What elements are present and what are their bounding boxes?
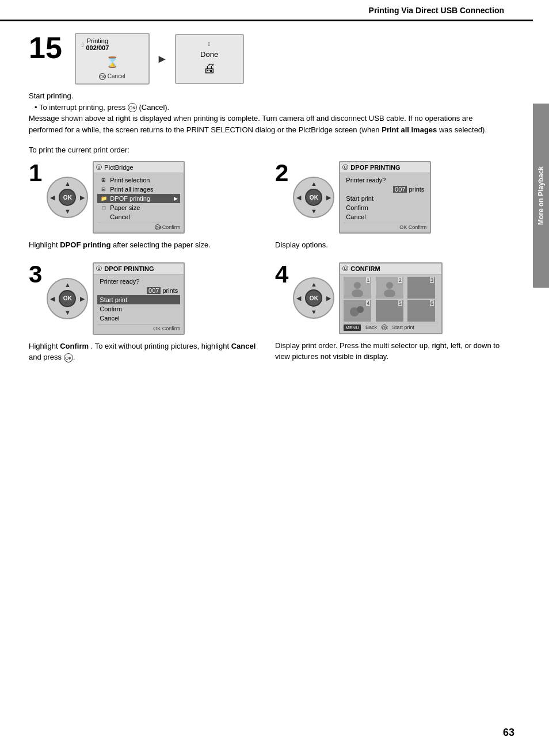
ok-icon-s4: OK bbox=[382, 324, 387, 330]
ok-icon-s2: OK bbox=[399, 224, 407, 230]
paper-icon: □ bbox=[100, 205, 108, 211]
step-3-content: ▲ ▼ ◀ ▶ OK ⓤ DPOF PRINTING Printer ready… bbox=[47, 262, 185, 335]
grid-icon: ⊞ bbox=[100, 177, 108, 183]
confirm-footer: MENU Back OK Start print bbox=[344, 323, 438, 331]
dpad-down: ▼ bbox=[64, 208, 71, 215]
confirm-image-grid: 1 2 3 bbox=[344, 277, 438, 322]
step-3-dpad: ▲ ▼ ◀ ▶ OK bbox=[47, 278, 88, 319]
dpad-left-s2: ◀ bbox=[296, 194, 301, 201]
dpof-header-s3: ⓤ DPOF PRINTING bbox=[94, 264, 184, 274]
step-15-screen1-title: Printing 002/007 bbox=[86, 37, 109, 51]
wifi-icon-s1: ⓤ bbox=[96, 163, 102, 171]
wifi-icon-s15s2:  bbox=[208, 41, 211, 47]
dpof-footer-s3: OK Confirm bbox=[97, 324, 180, 331]
step-1-number: 1 bbox=[29, 161, 42, 185]
svg-point-1 bbox=[352, 289, 363, 297]
pictbridge-title: PictBridge bbox=[104, 164, 133, 171]
step-3-number: 3 bbox=[29, 262, 42, 287]
cell-num-3: 3 bbox=[430, 277, 434, 283]
wifi-icon-s3: ⓤ bbox=[96, 265, 102, 273]
cell-num-6: 6 bbox=[430, 300, 434, 306]
dpof-cancel-s3: Cancel bbox=[97, 314, 180, 323]
main-content: 15  Printing 002/007 ⌛ OK bbox=[0, 21, 533, 375]
dpad-up-s2: ▲ bbox=[311, 180, 317, 187]
step-4-lcd: ⓤ CONFIRM 1 bbox=[339, 262, 443, 334]
step-4-content: ▲ ▼ ◀ ▶ OK ⓤ CONFIRM bbox=[293, 262, 443, 334]
cell-num-5: 5 bbox=[398, 300, 402, 306]
steps-grid: 1 ▲ ▼ ◀ ▶ OK bbox=[29, 161, 504, 363]
dpad-right-s3: ▶ bbox=[80, 295, 85, 302]
dpad-down-s3: ▼ bbox=[64, 309, 71, 316]
step-2-number: 2 bbox=[275, 161, 288, 185]
dpad-outer: ▲ ▼ ◀ ▶ OK bbox=[47, 177, 88, 218]
dpad-right: ▶ bbox=[80, 194, 85, 201]
dpof-confirm-s2: Confirm bbox=[344, 203, 426, 212]
dpad-right-s2: ▶ bbox=[326, 194, 331, 201]
dpad-right-s4: ▶ bbox=[326, 295, 331, 302]
step-15-cancel: OK Cancel bbox=[82, 73, 143, 80]
dpof-start-s3: Start print bbox=[97, 295, 180, 304]
step-4: 4 ▲ ▼ ◀ ▶ OK ⓤ bbox=[275, 262, 504, 363]
confirm-cell-4: 4 bbox=[344, 300, 371, 322]
dpad-up-s4: ▲ bbox=[311, 281, 317, 288]
step-15-screen2:  Done 🖨 bbox=[175, 34, 244, 84]
cell-num-1: 1 bbox=[366, 277, 370, 283]
step-15-screen1:  Printing 002/007 ⌛ OK Cancel bbox=[75, 33, 150, 85]
step-4-desc: Display print order. Press the multi sel… bbox=[275, 340, 504, 362]
step-4-dpad: ▲ ▼ ◀ ▶ OK bbox=[293, 277, 334, 319]
step-15-screen1-header:  Printing 002/007 bbox=[82, 37, 143, 51]
step-2-lcd: ⓤ DPOF PRINTING Printer ready? 007 print… bbox=[339, 161, 431, 234]
confirm-header: ⓤ CONFIRM bbox=[340, 264, 441, 274]
printer-icon: 🖨 bbox=[182, 61, 237, 76]
step-2-desc: Display options. bbox=[275, 239, 504, 251]
menu-item-cancel-s1: Cancel bbox=[97, 212, 180, 222]
menu-item-print-all: ⊟ Print all images bbox=[97, 185, 180, 194]
ok-icon-s1: OK bbox=[155, 224, 161, 230]
wifi-icon-s15s1:  bbox=[82, 41, 84, 48]
dpof-cancel-s2: Cancel bbox=[344, 212, 426, 222]
step-15-bullet: • To interrupt printing, press OK (Cance… bbox=[35, 102, 504, 113]
dpad-down-s4: ▼ bbox=[311, 308, 317, 315]
step-15-screen1-content: ⌛ bbox=[82, 54, 143, 71]
ok-circle-s3: OK bbox=[64, 353, 73, 362]
dpof-arrow: ▶ bbox=[174, 196, 178, 201]
dpad-left-s4: ◀ bbox=[296, 295, 301, 302]
step-15-description: Start printing. • To interrupt printing,… bbox=[29, 90, 504, 135]
svg-point-2 bbox=[386, 282, 393, 289]
step-4-header: 4 ▲ ▼ ◀ ▶ OK ⓤ bbox=[275, 262, 504, 334]
transition-arrow: ► bbox=[157, 52, 168, 66]
step-2-content: ▲ ▼ ◀ ▶ OK ⓤ DPOF PRINTING Printer ready… bbox=[293, 161, 431, 234]
dpad-ok: OK bbox=[59, 189, 76, 206]
grid-full-icon: ⊟ bbox=[100, 186, 108, 192]
page-title: Printing Via Direct USB Connection bbox=[369, 6, 504, 15]
dpof-prints-s3: 007 prints bbox=[97, 286, 180, 295]
dpof-prints-s2: 007 prints bbox=[344, 185, 426, 194]
confirm-cell-1: 1 bbox=[344, 277, 371, 299]
step-2-dpad: ▲ ▼ ◀ ▶ OK bbox=[293, 177, 334, 218]
step-15-screens:  Printing 002/007 ⌛ OK Cancel bbox=[75, 33, 244, 85]
confirm-cell-2: 2 bbox=[376, 277, 403, 299]
step-4-number: 4 bbox=[275, 262, 288, 287]
step-1-desc: Highlight DPOF printing after selecting … bbox=[29, 239, 258, 251]
dpof-start-s2: Start print bbox=[344, 194, 426, 203]
page-number: 63 bbox=[503, 727, 514, 739]
dpad-ok-s4: OK bbox=[305, 289, 322, 307]
pictbridge-footer: OK Confirm bbox=[97, 223, 180, 230]
menu-item-print-selection: ⊞ Print selection bbox=[97, 175, 180, 185]
step-2: 2 ▲ ▼ ◀ ▶ OK ⓤ DPOF P bbox=[275, 161, 504, 251]
svg-point-0 bbox=[354, 282, 361, 289]
cell-num-2: 2 bbox=[398, 277, 402, 283]
step-1: 1 ▲ ▼ ◀ ▶ OK bbox=[29, 161, 258, 251]
ok-icon: OK bbox=[99, 73, 106, 80]
step-1-lcd: ⓤ PictBridge ⊞ Print selection ⊟ Print a… bbox=[93, 161, 185, 234]
ok-icon-s3: OK bbox=[153, 326, 161, 331]
hourglass-icon: ⌛ bbox=[82, 56, 143, 68]
dpad-up-s3: ▲ bbox=[64, 281, 71, 288]
dpad-ok-s3: OK bbox=[59, 290, 76, 307]
step-15: 15  Printing 002/007 ⌛ OK bbox=[29, 33, 504, 135]
cell-num-4: 4 bbox=[366, 300, 370, 306]
dpof-confirm-s3: Confirm bbox=[97, 304, 180, 314]
step-3: 3 ▲ ▼ ◀ ▶ OK ⓤ DPOF P bbox=[29, 262, 258, 363]
side-tab: More on Playback bbox=[533, 104, 549, 288]
step-15-number: 15 bbox=[29, 33, 62, 63]
